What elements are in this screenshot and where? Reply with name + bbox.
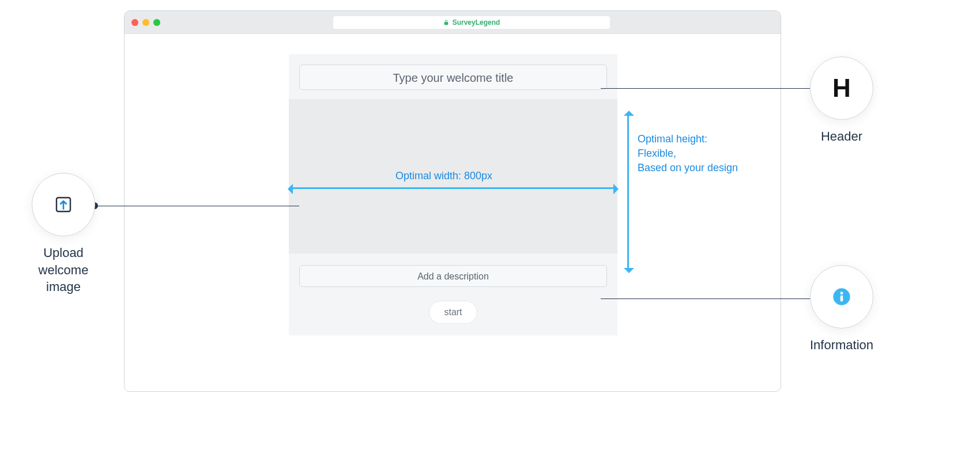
welcome-title-input[interactable]: Type your welcome title xyxy=(299,65,607,90)
info-icon xyxy=(832,288,851,306)
browser-chrome: SurveyLegend xyxy=(125,11,781,34)
welcome-page-editor: Type your welcome title Add a descriptio… xyxy=(289,54,617,335)
close-window-icon[interactable] xyxy=(131,19,138,26)
header-bubble: H xyxy=(810,56,873,120)
callout-info: Information xyxy=(810,265,873,354)
browser-viewport: Type your welcome title Add a descriptio… xyxy=(125,34,781,391)
lock-icon xyxy=(443,20,449,25)
leader-line-header xyxy=(601,88,814,89)
browser-window: SurveyLegend Type your welcome title Add… xyxy=(124,10,781,392)
width-dimension-arrow xyxy=(292,187,615,189)
address-bar[interactable]: SurveyLegend xyxy=(333,16,610,29)
callout-header-label: Header xyxy=(821,128,862,145)
width-dimension-label: Optimal width: 800px xyxy=(395,169,492,183)
svg-point-2 xyxy=(840,292,843,294)
minimize-window-icon[interactable] xyxy=(142,19,149,26)
start-button[interactable]: start xyxy=(429,301,477,324)
height-dimension-arrow xyxy=(627,115,629,269)
upload-icon xyxy=(53,194,74,215)
address-bar-text: SurveyLegend xyxy=(453,18,500,27)
header-glyph: H xyxy=(832,74,851,103)
leader-line-upload xyxy=(95,206,299,206)
callout-header: H Header xyxy=(810,56,873,145)
callout-info-label: Information xyxy=(810,337,873,354)
welcome-description-input[interactable]: Add a description xyxy=(299,265,607,287)
upload-bubble xyxy=(32,173,95,236)
callout-upload-label: Upload welcome image xyxy=(39,244,89,296)
svg-rect-3 xyxy=(840,296,843,302)
info-bubble xyxy=(810,265,873,328)
leader-line-info xyxy=(601,298,814,299)
height-dimension-label: Optimal height: Flexible, Based on your … xyxy=(638,132,738,176)
window-controls xyxy=(131,19,160,26)
maximize-window-icon[interactable] xyxy=(153,19,160,26)
callout-upload: Upload welcome image xyxy=(32,173,95,296)
